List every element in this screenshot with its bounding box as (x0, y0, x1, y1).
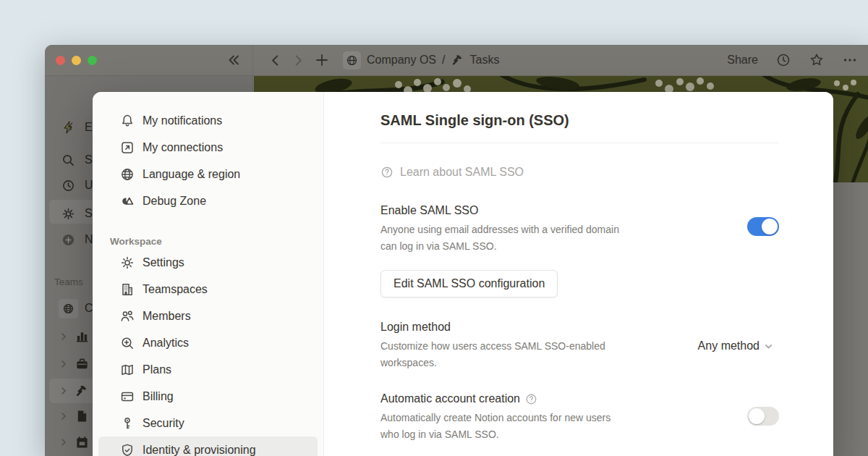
nav-item-billing[interactable]: Billing (98, 383, 318, 410)
debug-icon (120, 194, 135, 208)
nav-item-label: My connections (142, 141, 223, 154)
nav-item-my-connections[interactable]: My connections (98, 134, 318, 161)
chevron-right-icon[interactable] (59, 332, 68, 341)
help-circle-icon (380, 166, 393, 179)
nav-item-security[interactable]: Security (98, 410, 318, 436)
bar-chart-icon (75, 330, 89, 344)
setting-description: Anyone using email addresses with a veri… (380, 221, 619, 255)
page-icon (75, 410, 89, 423)
nav-item-label: Security (142, 417, 184, 430)
nav-item-identity-provisioning[interactable]: Identity & provisioning (98, 436, 318, 456)
nav-item-my-notifications[interactable]: My notifications (98, 107, 318, 134)
login-method-dropdown[interactable]: Any method (698, 339, 773, 352)
sidebar-item-label: N (85, 233, 93, 246)
learn-link-label[interactable]: Learn about SAML SSO (400, 166, 524, 179)
setting-login-method: Login method Customize how users access … (380, 319, 779, 371)
nav-item-label: Identity & provisioning (142, 444, 256, 456)
key-icon (120, 416, 135, 431)
more-ellipsis-icon[interactable] (842, 52, 858, 68)
nav-item-language-region[interactable]: Language & region (98, 161, 318, 187)
nav-item-teamspaces[interactable]: Teamspaces (98, 276, 318, 303)
nav-item-debug-zone[interactable]: Debug Zone (98, 187, 318, 214)
sidebar-item-label: S (85, 207, 93, 220)
learn-about-saml-link[interactable]: Learn about SAML SSO (380, 164, 779, 181)
page-title: SAML Single sign-on (SSO) (380, 109, 779, 131)
minimize-window-button[interactable] (72, 56, 81, 65)
edit-saml-configuration-button[interactable]: Edit SAML SSO configuration (380, 270, 558, 297)
help-circle-icon[interactable] (525, 393, 537, 405)
settings-nav: My notifications My connections Language… (93, 92, 324, 456)
enable-saml-toggle[interactable] (747, 217, 779, 236)
share-button[interactable]: Share (727, 54, 758, 67)
nav-item-label: Analytics (142, 337, 189, 350)
arrow-square-icon (120, 140, 135, 155)
chevron-down-icon (764, 342, 773, 351)
nav-item-label: Teamspaces (142, 283, 208, 296)
breadcrumb-page[interactable]: Tasks (470, 54, 500, 67)
nav-item-label: Billing (142, 390, 174, 403)
workspace-globe-icon[interactable] (343, 51, 361, 69)
titlebar-sidebar-zone (45, 45, 253, 75)
chevron-right-icon[interactable] (59, 360, 68, 368)
setting-enable-saml: Enable SAML SSO Anyone using email addre… (380, 203, 779, 255)
favorite-star-icon[interactable] (809, 52, 825, 68)
breadcrumb-separator: / (442, 54, 445, 67)
calendar-icon (75, 436, 89, 449)
setting-label-text: Automatic account creation (380, 391, 520, 407)
setting-description: Customize how users access SAML SSO-enab… (380, 338, 619, 371)
hammer-icon (75, 384, 89, 398)
nav-item-members[interactable]: Members (98, 303, 318, 329)
nav-item-analytics[interactable]: Analytics (98, 329, 318, 356)
breadcrumb-workspace[interactable]: Company OS (367, 54, 436, 67)
toggle-knob (749, 408, 765, 424)
traffic-lights (56, 56, 97, 65)
new-tab-icon[interactable] (315, 53, 329, 67)
toggle-knob (762, 219, 778, 235)
nav-item-settings[interactable]: Settings (98, 249, 318, 276)
globe-icon (59, 299, 78, 318)
dropdown-value: Any method (698, 339, 760, 352)
lightning-icon (61, 120, 76, 135)
nav-item-plans[interactable]: Plans (98, 356, 318, 383)
magnifier-plus-icon (120, 336, 135, 350)
setting-label: Enable SAML SSO (380, 203, 630, 219)
clock-icon (61, 179, 75, 193)
briefcase-icon (75, 358, 89, 371)
nav-workspace-header: Workspace (98, 233, 318, 249)
divider (380, 143, 779, 143)
map-icon (120, 363, 135, 377)
building-icon (120, 282, 135, 297)
back-icon[interactable] (268, 54, 282, 67)
chevron-right-icon[interactable] (59, 387, 68, 395)
plus-circle-icon (61, 233, 75, 247)
sidebar-teams-header: Teams (54, 276, 83, 287)
close-window-button[interactable] (56, 56, 65, 65)
chevron-right-icon[interactable] (59, 438, 68, 447)
zoom-window-button[interactable] (88, 56, 97, 65)
settings-main-panel: SAML Single sign-on (SSO) Learn about SA… (324, 92, 833, 456)
setting-auto-account-creation: Automatic account creation Automatically… (380, 391, 779, 443)
toolbar-right: Share (727, 52, 858, 68)
setting-label: Login method (380, 319, 630, 335)
members-icon (120, 309, 135, 324)
nav-item-label: My notifications (142, 114, 222, 127)
setting-description: Automatically create Notion accounts for… (380, 410, 619, 443)
nav-item-label: Language & region (142, 168, 240, 181)
auto-account-toggle[interactable] (747, 407, 779, 426)
sidebar-item-label: C (85, 302, 93, 315)
nav-item-label: Settings (142, 256, 184, 269)
globe-icon (120, 167, 135, 182)
sidebar-workspace-label: E (85, 121, 93, 134)
nav-item-label: Plans (142, 363, 171, 376)
hammer-icon (451, 54, 464, 67)
history-clock-icon[interactable] (775, 52, 791, 68)
sidebar-item-label: U (85, 179, 93, 192)
chevron-right-icon[interactable] (59, 412, 68, 421)
sidebar-item-label: S (85, 153, 93, 166)
forward-icon[interactable] (292, 54, 305, 67)
gear-icon (61, 207, 75, 221)
titlebar: Company OS / Tasks Share (45, 45, 868, 76)
nav-item-label: Debug Zone (142, 195, 206, 208)
setting-label: Automatic account creation (380, 391, 630, 407)
sidebar-collapse-icon[interactable] (226, 53, 241, 67)
